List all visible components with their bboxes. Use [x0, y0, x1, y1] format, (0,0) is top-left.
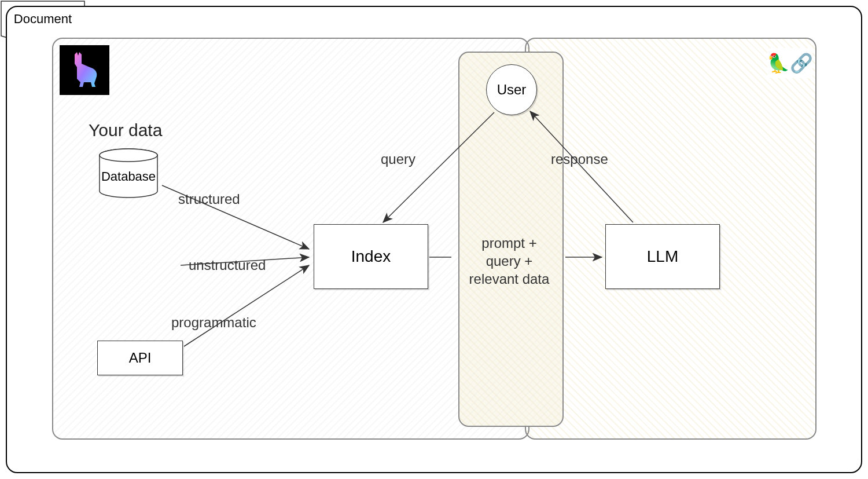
prompt-line-3: relevant data: [454, 270, 564, 288]
node-api: API: [97, 341, 183, 375]
document-label: Document: [0, 12, 86, 27]
unstructured-label: unstructured: [189, 257, 266, 273]
api-label: API: [129, 350, 152, 366]
node-database: Database: [95, 148, 162, 200]
node-llm: LLM: [605, 224, 720, 289]
llamaindex-logo: [60, 45, 109, 95]
your-data-heading: Your data: [89, 120, 162, 140]
node-index: Index: [314, 224, 428, 289]
node-user: User: [486, 64, 537, 115]
query-label: query: [381, 151, 415, 167]
parrot-icon: 🦜: [767, 52, 790, 74]
database-label: Database: [95, 169, 162, 184]
response-label: response: [551, 151, 608, 167]
programmatic-label: programmatic: [171, 315, 256, 331]
user-label: User: [497, 82, 527, 98]
chain-icon: 🔗: [790, 52, 813, 74]
index-label: Index: [351, 247, 391, 266]
structured-label: structured: [178, 191, 240, 207]
langchain-logo: 🦜🔗: [767, 48, 812, 78]
prompt-line-1: prompt +: [454, 234, 564, 252]
prompt-line-2: query +: [454, 252, 564, 270]
prompt-label: prompt + query + relevant data: [454, 234, 564, 288]
svg-point-1: [100, 149, 157, 162]
llama-icon: [64, 50, 105, 90]
llm-label: LLM: [647, 247, 678, 266]
